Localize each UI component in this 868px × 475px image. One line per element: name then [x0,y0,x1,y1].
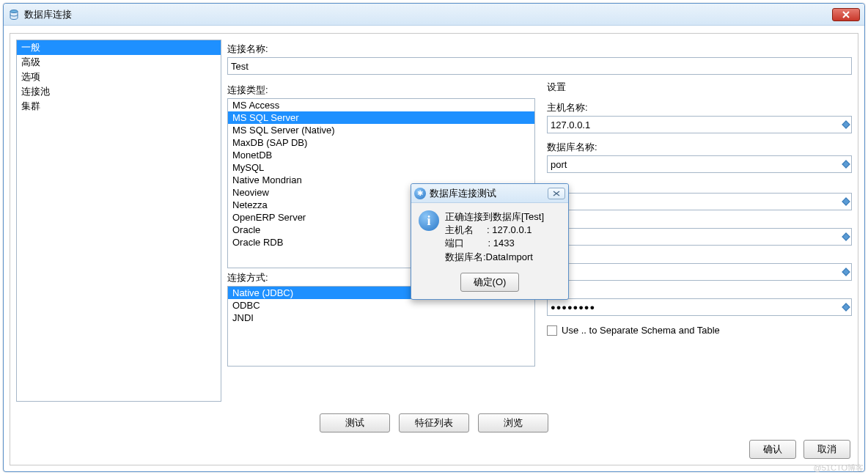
sidebar[interactable]: 一般高级选项连接池集群 [16,40,221,402]
port-label: : [547,180,852,191]
extra-row-1 [547,228,852,246]
database-icon [8,9,20,21]
username-input[interactable] [547,263,852,281]
test-result-dialog: 数据库连接测试 i 正确连接到数据库[Test] 主机名 : 127.0.0.1… [411,183,569,300]
dialog-titlebar[interactable]: 数据库连接测试 [411,184,568,203]
info-icon: i [419,210,439,231]
ok-button[interactable]: 确认 [749,440,796,459]
sidebar-item-0[interactable]: 一般 [17,40,221,55]
settings-col: 设置 主机名称: 数据库名称: : [547,81,852,402]
dialog-ok-button[interactable]: 确定(O) [460,273,519,292]
center-button-bar: 测试 特征列表 浏览 [10,408,858,435]
close-button[interactable] [832,8,860,21]
username-row [547,263,852,281]
watermark: @51CTO博客 [814,463,864,474]
list-item[interactable]: MS SQL Server [228,111,534,124]
db-row [547,155,852,173]
db-input[interactable] [547,155,852,173]
conn-name-input[interactable] [227,57,852,75]
extra-input-1[interactable] [547,228,852,246]
features-button[interactable]: 特征列表 [399,413,469,432]
conn-type-label: 连接类型: [227,84,535,97]
dialog-footer: 确定(O) [411,268,568,299]
dialog-title-left: 数据库连接测试 [414,187,496,200]
browse-button[interactable]: 浏览 [478,413,548,432]
list-item[interactable]: MonetDB [228,149,534,161]
right-button-bar: 确认 取消 [10,435,858,465]
dialog-close-button[interactable] [548,188,565,199]
port-input[interactable] [547,193,852,210]
titlebar-left: 数据库连接 [8,8,72,21]
app-icon [414,188,426,199]
schema-checkbox-row: Use .. to Separate Schema and Table [547,325,852,336]
host-input[interactable] [547,116,852,133]
port-row [547,193,852,210]
test-button[interactable]: 测试 [320,413,390,432]
svg-point-0 [10,10,18,12]
schema-checkbox-label: Use .. to Separate Schema and Table [562,325,720,336]
sidebar-item-1[interactable]: 高级 [17,55,221,70]
sidebar-item-2[interactable]: 选项 [17,70,221,84]
host-row [547,116,852,133]
dialog-body: i 正确连接到数据库[Test] 主机名 : 127.0.0.1 端口 : 14… [411,203,568,268]
list-item[interactable]: JNDI [228,312,534,324]
conn-name-row: 连接名称: [227,40,852,75]
list-item[interactable]: MySQL [228,161,534,174]
schema-checkbox[interactable] [547,325,557,336]
settings-title: 设置 [547,81,852,94]
cancel-button[interactable]: 取消 [803,440,850,459]
db-label: 数据库名称: [547,141,852,154]
dialog-title: 数据库连接测试 [430,187,496,200]
sidebar-item-3[interactable]: 连接池 [17,84,221,99]
list-item[interactable]: MaxDB (SAP DB) [228,136,534,149]
titlebar[interactable]: 数据库连接 [4,4,864,26]
window-title: 数据库连接 [24,8,72,21]
conn-name-label: 连接名称: [227,43,852,56]
list-item[interactable]: MS SQL Server (Native) [228,124,534,136]
password-row [547,298,852,316]
password-input[interactable] [547,298,852,316]
list-item[interactable]: MS Access [228,99,534,111]
list-item[interactable]: ODBC [228,299,534,312]
sidebar-item-4[interactable]: 集群 [17,99,221,114]
host-label: 主机名称: [547,101,852,114]
dialog-text: 正确连接到数据库[Test] 主机名 : 127.0.0.1 端口 : 1433… [445,210,544,264]
